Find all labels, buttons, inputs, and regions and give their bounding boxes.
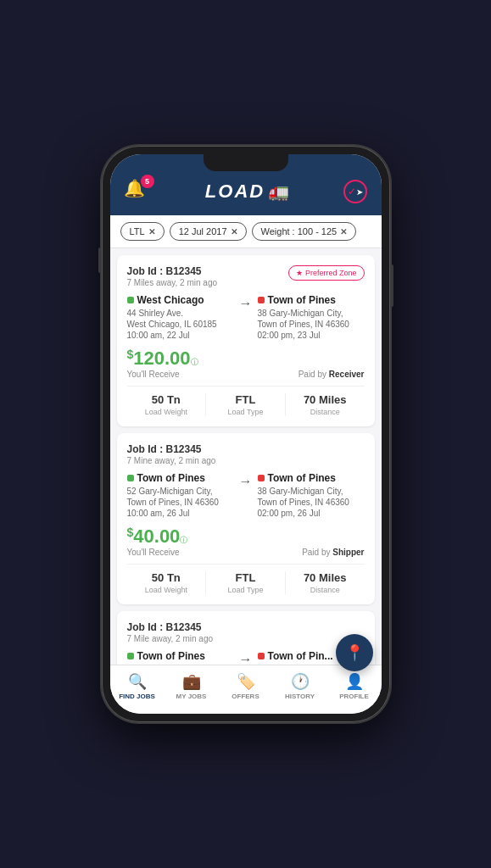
nav-find-jobs[interactable]: 🔍 FIND JOBS (110, 672, 165, 700)
origin-block-1: West Chicago 44 Shirley Ave.West Chicago… (127, 294, 234, 341)
paid-by-name-1: Receiver (329, 370, 365, 379)
paid-by-name-2: Shipper (332, 548, 364, 557)
phone-frame: 🔔 5 LOAD 🚛 ✓ ➤ LTL ✕ 12 Jul 2017 ✕ (102, 146, 390, 722)
job-card-2[interactable]: Job Id : B12345 7 Mine away, 2 min ago T… (117, 433, 375, 604)
checkmark-icon: ✓ (348, 186, 356, 198)
bottom-navigation: 🔍 FIND JOBS 💼 MY JOBS 🏷️ OFFERS 🕐 HISTOR… (110, 665, 382, 714)
job-list[interactable]: Job Id : B12345 7 Miles away, 2 min ago … (110, 248, 382, 665)
stat-distance-1: 70 Miles Distance (286, 393, 365, 416)
notification-badge: 5 (141, 175, 154, 188)
route-arrow-1: → (239, 294, 253, 311)
preferred-zone-badge: ★ Preferred Zone (288, 265, 365, 281)
origin-name-2: Town of Pines (127, 472, 234, 484)
price-section-2: $40.00ⓘ You'll Receive (127, 526, 188, 557)
filter-weight[interactable]: Weight : 100 - 125 ✕ (252, 222, 357, 241)
stat-distance-2: 70 Miles Distance (286, 571, 365, 594)
paid-by-2: Paid by Shipper (302, 548, 364, 557)
notification-button[interactable]: 🔔 5 (124, 178, 151, 205)
job-time-2: 7 Mine away, 2 min ago (127, 456, 216, 465)
nav-history-label: HISTORY (285, 693, 315, 700)
price-amount-1: 120.00 (133, 348, 190, 369)
job-header-1: Job Id : B12345 7 Miles away, 2 min ago … (127, 265, 365, 287)
job-header-2: Job Id : B12345 7 Mine away, 2 min ago (127, 443, 365, 465)
stat-type-2: FTL Load Type (206, 571, 286, 594)
filter-ltl-label: LTL (130, 226, 145, 236)
briefcase-icon: 💼 (182, 672, 201, 691)
stats-row-2: 50 Tn Load Weight FTL Load Type 70 Miles… (127, 564, 365, 594)
filter-weight-label: Weight : 100 - 125 (261, 226, 338, 236)
route-arrow-3: → (239, 650, 253, 665)
origin-name-1: West Chicago (127, 294, 234, 306)
nav-my-jobs-label: MY JOBS (176, 693, 207, 700)
stat-type-1: FTL Load Type (206, 393, 286, 416)
paid-by-1: Paid by Receiver (299, 370, 365, 379)
nav-profile[interactable]: 👤 PROFILE (327, 672, 382, 700)
dest-addr-1: 38 Gary-Michigan City,Town of Pines, IN … (258, 308, 365, 341)
price-2: $40.00ⓘ (127, 526, 188, 548)
stat-distance-label-1: Distance (286, 408, 365, 416)
job-id-section-2: Job Id : B12345 7 Mine away, 2 min ago (127, 443, 216, 465)
origin-name-3: Town of Pines (127, 650, 234, 662)
origin-addr-1: 44 Shirley Ave.West Chicago, IL 6018510:… (127, 308, 234, 341)
job-id-3: Job Id : B12345 (127, 621, 214, 633)
filter-date-close[interactable]: ✕ (231, 227, 237, 236)
filter-ltl-close[interactable]: ✕ (148, 227, 155, 236)
filter-date[interactable]: 12 Jul 2017 ✕ (170, 222, 247, 241)
location-fab[interactable]: 📍 (336, 634, 373, 671)
origin-dot-3 (127, 653, 134, 659)
stat-weight-2: 50 Tn Load Weight (127, 571, 207, 594)
nav-offers[interactable]: 🏷️ OFFERS (219, 672, 273, 700)
nav-profile-label: PROFILE (339, 693, 369, 700)
stat-weight-val-2: 50 Tn (127, 571, 206, 584)
dest-dot-1 (258, 297, 265, 303)
price-label-1: You'll Receive (127, 370, 198, 379)
job-id-section-3: Job Id : B12345 7 Mile away, 2 min ago (127, 621, 214, 643)
price-amount-2: 40.00 (133, 526, 180, 547)
stat-type-val-1: FTL (206, 393, 285, 406)
dest-dot-3 (258, 653, 265, 659)
stat-weight-val-1: 50 Tn (127, 393, 206, 406)
origin-dot-1 (127, 297, 134, 303)
price-row-1: $120.00ⓘ You'll Receive Paid by Receiver (127, 348, 365, 379)
filter-weight-close[interactable]: ✕ (340, 227, 347, 236)
stat-weight-1: 50 Tn Load Weight (127, 393, 207, 416)
app-logo: LOAD 🚛 (205, 181, 289, 203)
power-button (390, 264, 393, 307)
stat-weight-label-2: Load Weight (127, 586, 206, 594)
navigation-icon: ➤ (356, 187, 363, 197)
job-id-1: Job Id : B12345 (127, 265, 218, 277)
route-row-1: West Chicago 44 Shirley Ave.West Chicago… (127, 294, 365, 341)
filter-row: LTL ✕ 12 Jul 2017 ✕ Weight : 100 - 125 ✕ (110, 215, 382, 248)
info-icon-1: ⓘ (191, 358, 198, 366)
price-row-2: $40.00ⓘ You'll Receive Paid by Shipper (127, 526, 365, 557)
route-arrow-2: → (239, 472, 253, 489)
filter-ltl[interactable]: LTL ✕ (120, 222, 165, 241)
job-id-section-1: Job Id : B12345 7 Miles away, 2 min ago (127, 265, 218, 287)
stat-type-label-1: Load Type (206, 408, 285, 416)
route-row-2: Town of Pines 52 Gary-Michigan City,Town… (127, 472, 365, 519)
nav-my-jobs[interactable]: 💼 MY JOBS (165, 672, 219, 700)
dest-block-2: Town of Pines 38 Gary-Michigan City,Town… (258, 472, 365, 519)
price-section-1: $120.00ⓘ You'll Receive (127, 348, 198, 379)
preferred-zone-label: Preferred Zone (305, 269, 357, 277)
origin-block-2: Town of Pines 52 Gary-Michigan City,Town… (127, 472, 234, 519)
nav-offers-label: OFFERS (232, 693, 259, 700)
location-verified-button[interactable]: ✓ ➤ (343, 180, 367, 203)
info-icon-2: ⓘ (180, 536, 187, 544)
logo-text: LOAD (205, 181, 265, 203)
nav-history[interactable]: 🕐 HISTORY (273, 672, 327, 700)
map-pin-icon: 📍 (345, 643, 364, 662)
dest-block-1: Town of Pines 38 Gary-Michigan City,Town… (258, 294, 365, 341)
star-icon: ★ (296, 269, 303, 277)
stat-distance-val-1: 70 Miles (286, 393, 365, 406)
price-1: $120.00ⓘ (127, 348, 198, 370)
filter-date-label: 12 Jul 2017 (179, 226, 227, 236)
phone-screen: 🔔 5 LOAD 🚛 ✓ ➤ LTL ✕ 12 Jul 2017 ✕ (110, 154, 382, 714)
job-card-1[interactable]: Job Id : B12345 7 Miles away, 2 min ago … (117, 255, 375, 426)
stat-type-label-2: Load Type (206, 586, 285, 594)
dest-dot-2 (258, 475, 265, 481)
price-label-2: You'll Receive (127, 548, 188, 557)
job-time-1: 7 Miles away, 2 min ago (127, 278, 218, 287)
stats-row-1: 50 Tn Load Weight FTL Load Type 70 Miles… (127, 386, 365, 416)
stat-distance-val-2: 70 Miles (286, 571, 365, 584)
